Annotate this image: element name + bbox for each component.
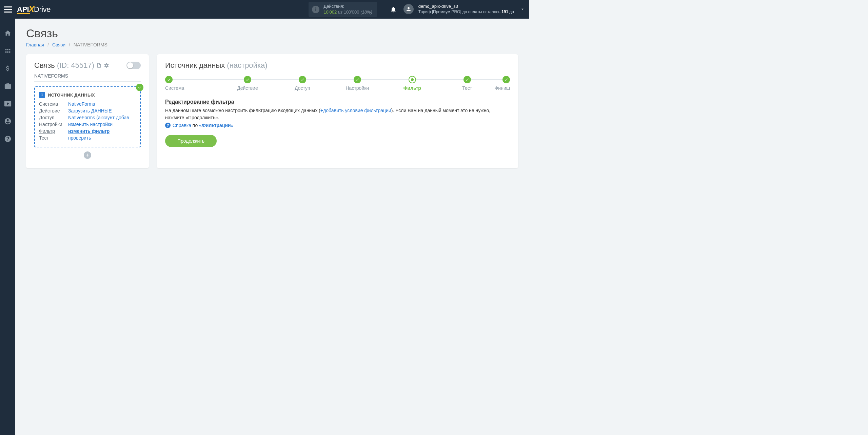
step-label: Тест [440, 85, 495, 91]
card-id: (ID: 45517) [57, 61, 94, 69]
step-dot [502, 76, 510, 83]
row-access: ДоступNativeForms (аккаунт добав [39, 115, 136, 120]
step-финиш[interactable]: Финиш [495, 76, 510, 91]
user-menu[interactable]: demo_apix-drive_s3 Тариф |Премиум PRO| д… [403, 4, 525, 15]
main-content: Связь Главная / Связи / NATIVEFORMS Связ… [15, 19, 529, 177]
page-title: Связь [26, 27, 518, 40]
step-dot [299, 76, 306, 83]
briefcase-icon[interactable] [4, 82, 12, 90]
avatar-icon [403, 4, 414, 14]
user-name: demo_apix-drive_s3 [418, 4, 514, 9]
step-доступ[interactable]: Доступ [275, 76, 330, 91]
logo[interactable]: API X Drive [17, 4, 51, 15]
settings-card: Источник данных (настройка) СистемаДейст… [157, 54, 518, 168]
step-label: Финиш [495, 85, 510, 91]
question-icon: ? [165, 123, 171, 128]
help-icon[interactable] [4, 135, 12, 143]
actions-counter[interactable]: i Действия: 18'002 из 100'000 (18%) [309, 2, 377, 17]
step-система[interactable]: Система [165, 76, 220, 91]
help-strong[interactable]: Фильтрации [202, 123, 231, 128]
tariff-days: 191 [501, 9, 508, 14]
step-настройки[interactable]: Настройки [330, 76, 385, 91]
breadcrumb-links[interactable]: Связи [52, 42, 65, 47]
plus-icon: + [320, 108, 323, 113]
sidebar [0, 19, 15, 266]
step-label: Фильтр [385, 85, 440, 91]
rc-title: Источник данных [165, 61, 225, 69]
header: API X Drive i Действия: 18'002 из 100'00… [0, 0, 529, 19]
billing-icon[interactable] [4, 65, 12, 72]
step-label: Настройки [330, 85, 385, 91]
add-destination-button[interactable]: + [84, 151, 91, 159]
row-filter: Фильтризменить фильтр [39, 128, 136, 134]
actions-label: Действия: [323, 4, 372, 9]
source-badge: 1 [39, 92, 45, 98]
help-link[interactable]: Справка [173, 123, 191, 128]
source-title: ИСТОЧНИК ДАННЫХ [48, 92, 95, 98]
check-icon [136, 84, 143, 91]
continue-button[interactable]: Продолжить [165, 135, 217, 147]
row-action: ДействиеЗагрузить ДАННЫЕ [39, 108, 136, 113]
step-dot [354, 76, 361, 83]
profile-icon[interactable] [4, 118, 12, 125]
actions-pct: (18%) [360, 9, 372, 15]
filter-text-before: На данном шаге возможно настроить фильтр… [165, 108, 320, 113]
row-system: СистемаNativeForms [39, 101, 136, 107]
connection-card: Связь (ID: 45517) NATIVEFORMS 1 ИСТОЧНИК… [26, 54, 149, 168]
help-line: ? Справка по «Фильтрации» [165, 123, 510, 128]
logo-api: API [17, 5, 29, 14]
chevron-down-icon [520, 7, 525, 12]
bell-icon[interactable] [390, 6, 397, 13]
menu-icon[interactable] [4, 6, 12, 13]
breadcrumb-home[interactable]: Главная [26, 42, 44, 47]
actions-used: 18'002 [323, 9, 337, 15]
connection-name: NATIVEFORMS [34, 73, 141, 82]
step-действие[interactable]: Действие [220, 76, 275, 91]
add-filter-link[interactable]: добавить условие фильтрации [323, 108, 391, 113]
row-settings: Настройкиизменить настройки [39, 122, 136, 127]
actions-iz: из [338, 9, 342, 15]
step-фильтр[interactable]: Фильтр [385, 76, 440, 91]
row-test: Тестпроверить [39, 135, 136, 141]
video-icon[interactable] [4, 100, 12, 107]
rc-subtitle: (настройка) [227, 61, 267, 69]
step-label: Доступ [275, 85, 330, 91]
step-dot [409, 76, 416, 83]
section-title: Редактирование фильтра [165, 99, 510, 105]
logo-drive: Drive [34, 5, 51, 14]
home-icon[interactable] [4, 29, 12, 37]
breadcrumb: Главная / Связи / NATIVEFORMS [26, 42, 518, 47]
tariff-prefix: Тариф |Премиум PRO| до оплаты осталось [418, 9, 501, 14]
gear-icon[interactable] [104, 63, 109, 68]
document-icon[interactable] [96, 63, 102, 68]
connections-icon[interactable] [4, 47, 12, 55]
step-label: Действие [220, 85, 275, 91]
step-dot [463, 76, 471, 83]
stepper: СистемаДействиеДоступНастройкиФильтрТест… [165, 76, 510, 91]
actions-total: 100'000 [344, 9, 359, 15]
enable-toggle[interactable] [126, 62, 141, 69]
card-title-text: Связь [34, 61, 55, 69]
step-dot [244, 76, 251, 83]
step-тест[interactable]: Тест [440, 76, 495, 91]
info-icon: i [312, 6, 319, 13]
source-box: 1 ИСТОЧНИК ДАННЫХ СистемаNativeForms Дей… [34, 86, 141, 147]
step-label: Система [165, 85, 220, 91]
breadcrumb-current: NATIVEFORMS [74, 42, 107, 47]
tariff-suffix: дн [508, 9, 514, 14]
step-dot [165, 76, 173, 83]
